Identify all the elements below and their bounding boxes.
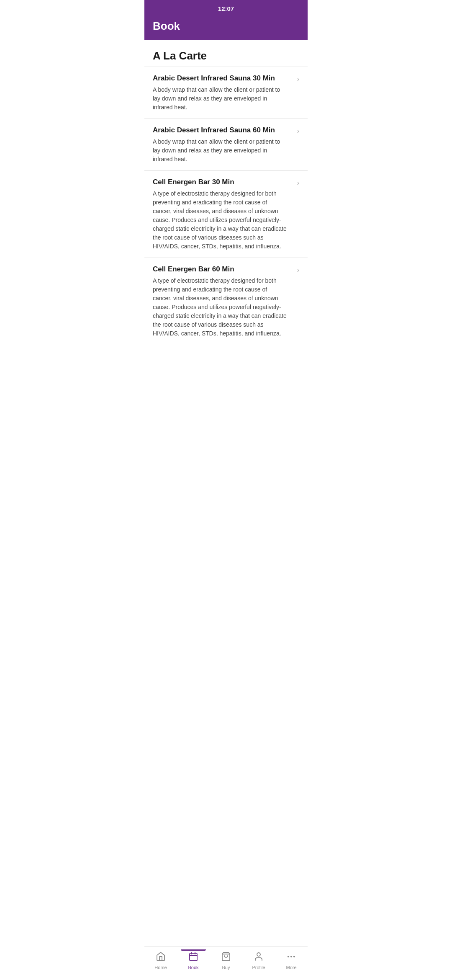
app-header: Book	[144, 15, 308, 40]
item-description: A body wrap that can allow the client or…	[153, 85, 287, 112]
chevron-right-icon: ›	[297, 75, 299, 83]
page-title: Book	[153, 20, 299, 33]
item-title: Cell Energen Bar 30 Min	[153, 178, 287, 187]
item-description: A type of electrostatic therapy designed…	[153, 189, 287, 251]
main-content: A La Carte Arabic Desert Infrared Sauna …	[144, 40, 308, 387]
list-item[interactable]: Arabic Desert Infrared Sauna 30 Min A bo…	[144, 67, 308, 119]
item-content: Arabic Desert Infrared Sauna 60 Min A bo…	[153, 126, 297, 164]
item-title: Cell Energen Bar 60 Min	[153, 265, 287, 274]
section-title: A La Carte	[144, 40, 308, 67]
chevron-right-icon: ›	[297, 179, 299, 187]
list-item[interactable]: Arabic Desert Infrared Sauna 60 Min A bo…	[144, 119, 308, 170]
item-description: A type of electrostatic therapy designed…	[153, 276, 287, 338]
item-description: A body wrap that can allow the client or…	[153, 137, 287, 164]
status-bar: 12:07	[144, 0, 308, 15]
service-list: Arabic Desert Infrared Sauna 30 Min A bo…	[144, 67, 308, 345]
chevron-right-icon: ›	[297, 266, 299, 274]
status-time: 12:07	[218, 5, 234, 12]
list-item[interactable]: Cell Energen Bar 60 Min A type of electr…	[144, 258, 308, 345]
item-title: Arabic Desert Infrared Sauna 60 Min	[153, 126, 287, 135]
chevron-right-icon: ›	[297, 127, 299, 135]
item-title: Arabic Desert Infrared Sauna 30 Min	[153, 74, 287, 83]
item-content: Cell Energen Bar 60 Min A type of electr…	[153, 265, 297, 338]
item-content: Cell Energen Bar 30 Min A type of electr…	[153, 178, 297, 251]
item-content: Arabic Desert Infrared Sauna 30 Min A bo…	[153, 74, 297, 112]
list-item[interactable]: Cell Energen Bar 30 Min A type of electr…	[144, 170, 308, 258]
